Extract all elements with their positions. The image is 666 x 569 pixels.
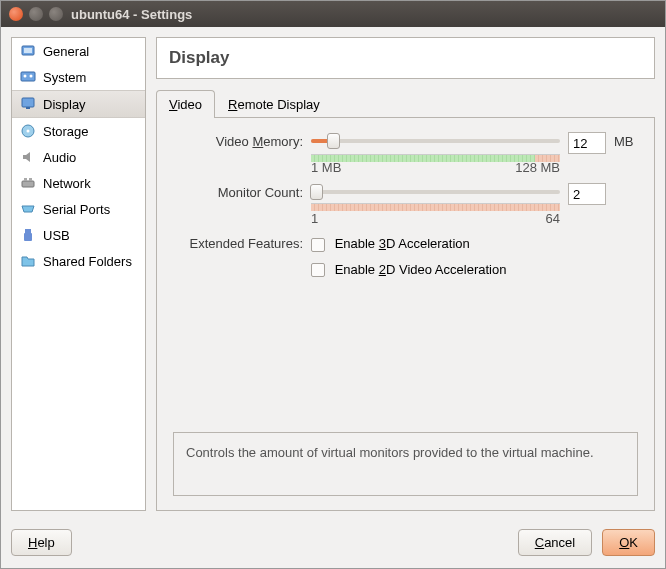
tab-remote-display[interactable]: Remote Display (215, 90, 333, 118)
close-icon[interactable] (9, 7, 23, 21)
enable-2d-checkbox[interactable]: Enable 2D Video Acceleration (311, 262, 638, 278)
display-icon (20, 96, 36, 112)
sidebar-item-network[interactable]: Network (12, 170, 145, 196)
svg-rect-6 (26, 107, 30, 109)
scale-valid-icon (311, 154, 535, 162)
slider-thumb-icon[interactable] (327, 133, 340, 149)
svg-rect-10 (24, 178, 27, 181)
sidebar-item-label: General (43, 44, 89, 59)
sidebar-item-label: Network (43, 176, 91, 191)
svg-rect-2 (21, 72, 35, 81)
svg-rect-1 (24, 48, 32, 53)
video-memory-unit: MB (614, 132, 638, 149)
window-title: ubuntu64 - Settings (71, 7, 192, 22)
tab-bar: VideoRemote Display (156, 89, 655, 118)
help-description: Controls the amount of virtual monitors … (173, 432, 638, 496)
titlebar[interactable]: ubuntu64 - Settings (1, 1, 665, 27)
storage-icon (20, 123, 36, 139)
sidebar-item-serial-ports[interactable]: Serial Ports (12, 196, 145, 222)
svg-rect-5 (22, 98, 34, 107)
svg-rect-9 (22, 181, 34, 187)
minimize-icon[interactable] (29, 7, 43, 21)
ok-button[interactable]: OK (602, 529, 655, 556)
help-button[interactable]: Help (11, 529, 72, 556)
monitor-count-min: 1 (311, 211, 318, 226)
svg-rect-12 (25, 229, 31, 233)
enable-3d-checkbox[interactable]: Enable 3D Acceleration (311, 236, 638, 252)
general-icon (20, 43, 36, 59)
sidebar-item-label: Display (43, 97, 86, 112)
maximize-icon[interactable] (49, 7, 63, 21)
extended-features-label: Extended Features: (173, 234, 303, 251)
slider-thumb-icon[interactable] (310, 184, 323, 200)
audio-icon (20, 149, 36, 165)
sidebar-item-usb[interactable]: USB (12, 222, 145, 248)
sidebar-item-shared-folders[interactable]: Shared Folders (12, 248, 145, 274)
svg-rect-11 (29, 178, 32, 181)
sidebar-item-system[interactable]: System (12, 64, 145, 90)
svg-rect-13 (24, 233, 32, 241)
svg-point-4 (30, 75, 33, 78)
serial-icon (20, 201, 36, 217)
sidebar-item-label: USB (43, 228, 70, 243)
system-icon (20, 69, 36, 85)
cancel-button[interactable]: Cancel (518, 529, 592, 556)
folder-icon (20, 253, 36, 269)
monitor-count-slider[interactable] (311, 183, 560, 201)
scale-invalid-icon (535, 154, 560, 162)
tab-video[interactable]: Video (156, 90, 215, 118)
sidebar-item-general[interactable]: General (12, 38, 145, 64)
sidebar-item-display[interactable]: Display (12, 90, 145, 118)
scale-invalid-icon (311, 203, 560, 211)
sidebar-item-label: System (43, 70, 86, 85)
monitor-count-max: 64 (546, 211, 560, 226)
tab-video-content: Video Memory: (156, 118, 655, 511)
sidebar-item-storage[interactable]: Storage (12, 118, 145, 144)
monitor-count-input[interactable] (568, 183, 606, 205)
video-memory-label: Video Memory: (173, 132, 303, 149)
checkbox-icon (311, 238, 325, 252)
video-memory-min: 1 MB (311, 160, 341, 175)
checkbox-icon (311, 263, 325, 277)
video-memory-slider[interactable] (311, 132, 560, 150)
page-title: Display (156, 37, 655, 79)
network-icon (20, 175, 36, 191)
sidebar-item-label: Storage (43, 124, 89, 139)
svg-point-8 (27, 130, 30, 133)
video-memory-max: 128 MB (515, 160, 560, 175)
sidebar-item-label: Audio (43, 150, 76, 165)
svg-point-3 (24, 75, 27, 78)
sidebar-item-label: Serial Ports (43, 202, 110, 217)
monitor-count-label: Monitor Count: (173, 183, 303, 200)
video-memory-input[interactable] (568, 132, 606, 154)
usb-icon (20, 227, 36, 243)
sidebar-item-label: Shared Folders (43, 254, 132, 269)
sidebar-item-audio[interactable]: Audio (12, 144, 145, 170)
sidebar: GeneralSystemDisplayStorageAudioNetworkS… (11, 37, 146, 511)
